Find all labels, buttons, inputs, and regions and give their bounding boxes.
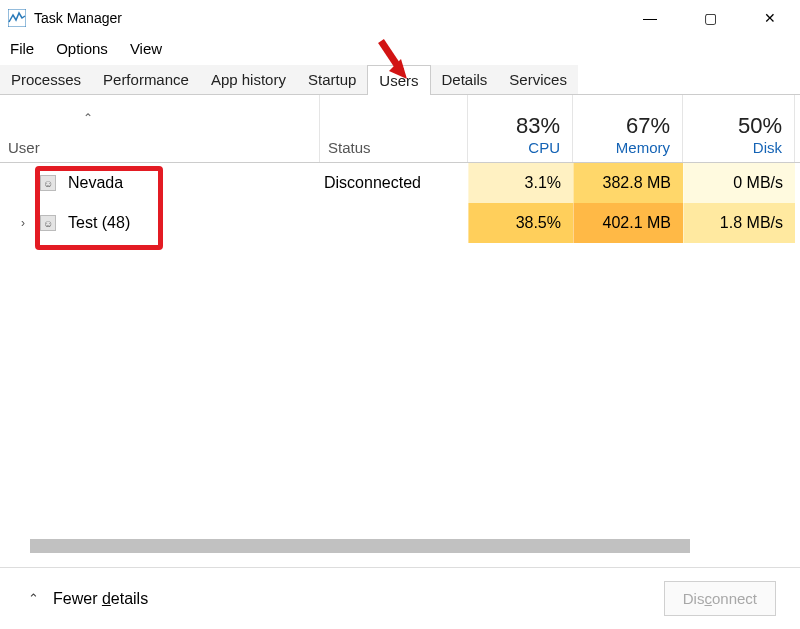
tab-bar: Processes Performance App history Startu… [0, 65, 800, 95]
menu-options[interactable]: Options [56, 40, 108, 57]
memory-cell: 382.8 MB [573, 163, 683, 203]
table-row[interactable]: › ☺ Test (48) 38.5% 402.1 MB 1.8 MB/s [0, 203, 800, 243]
tab-details[interactable]: Details [431, 65, 499, 94]
cpu-label: CPU [476, 139, 560, 156]
maximize-button[interactable]: ▢ [680, 0, 740, 36]
window-title: Task Manager [34, 10, 122, 26]
status-cell: Disconnected [320, 163, 468, 203]
menu-file[interactable]: File [10, 40, 34, 57]
user-icon: ☺ [40, 175, 56, 191]
expand-icon[interactable]: › [18, 216, 28, 230]
memory-percent: 67% [581, 113, 670, 139]
app-icon [8, 9, 26, 27]
cpu-percent: 83% [476, 113, 560, 139]
title-bar: Task Manager — ▢ ✕ [0, 0, 800, 36]
window-buttons: — ▢ ✕ [620, 0, 800, 36]
menu-bar: File Options View [0, 36, 800, 65]
tab-performance[interactable]: Performance [92, 65, 200, 94]
column-status[interactable]: Status [320, 95, 468, 162]
fewer-details-button[interactable]: Fewer details [53, 590, 148, 608]
disconnect-button[interactable]: Disconnect [664, 581, 776, 616]
close-button[interactable]: ✕ [740, 0, 800, 36]
cpu-cell: 3.1% [468, 163, 573, 203]
column-user[interactable]: ⌃ User [0, 95, 320, 162]
menu-view[interactable]: View [130, 40, 162, 57]
horizontal-scrollbar[interactable] [10, 539, 790, 553]
user-icon: ☺ [40, 215, 56, 231]
cpu-cell: 38.5% [468, 203, 573, 243]
column-memory[interactable]: 67% Memory [573, 95, 683, 162]
tab-app-history[interactable]: App history [200, 65, 297, 94]
column-headers: ⌃ User Status 83% CPU 67% Memory 50% Dis… [0, 95, 800, 163]
tab-services[interactable]: Services [498, 65, 578, 94]
chevron-up-icon[interactable]: ⌃ [28, 591, 39, 606]
tab-startup[interactable]: Startup [297, 65, 367, 94]
content-area: ⌃ User Status 83% CPU 67% Memory 50% Dis… [0, 95, 800, 243]
disk-cell: 1.8 MB/s [683, 203, 795, 243]
footer: ⌃ Fewer details Disconnect [0, 567, 800, 629]
status-cell [320, 203, 468, 243]
minimize-button[interactable]: — [620, 0, 680, 36]
disk-percent: 50% [691, 113, 782, 139]
column-status-label: Status [328, 139, 371, 156]
user-name: Nevada [68, 174, 123, 192]
sort-indicator-icon: ⌃ [8, 111, 307, 125]
disk-cell: 0 MB/s [683, 163, 795, 203]
disk-label: Disk [691, 139, 782, 156]
user-name: Test (48) [68, 214, 130, 232]
column-user-label: User [8, 139, 307, 156]
user-cell: › ☺ Test (48) [0, 203, 320, 243]
column-disk[interactable]: 50% Disk [683, 95, 795, 162]
user-cell: ☺ Nevada [0, 163, 320, 203]
tab-processes[interactable]: Processes [0, 65, 92, 94]
memory-label: Memory [581, 139, 670, 156]
scrollbar-thumb[interactable] [30, 539, 690, 553]
table-row[interactable]: ☺ Nevada Disconnected 3.1% 382.8 MB 0 MB… [0, 163, 800, 203]
memory-cell: 402.1 MB [573, 203, 683, 243]
tab-users[interactable]: Users [367, 65, 430, 95]
column-cpu[interactable]: 83% CPU [468, 95, 573, 162]
